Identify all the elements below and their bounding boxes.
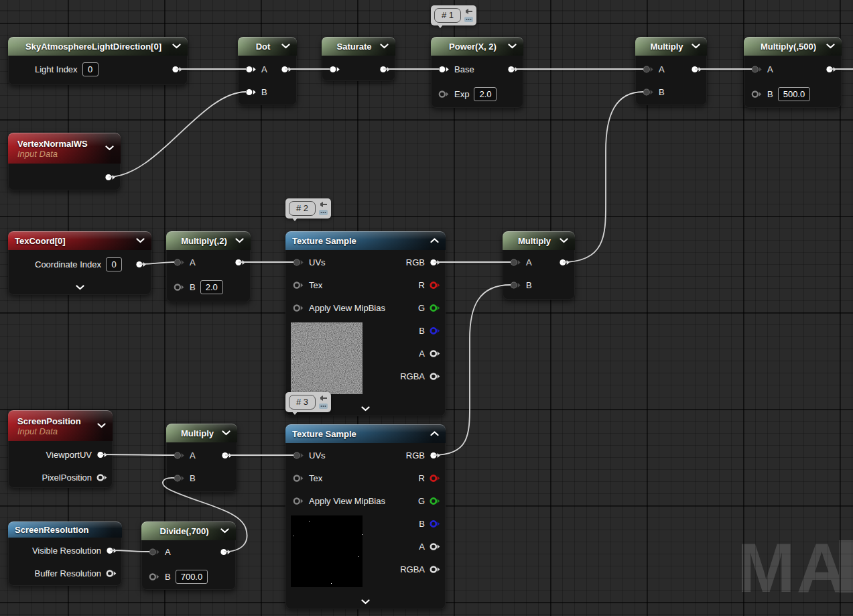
input-pin-b[interactable] (751, 90, 763, 99)
chevron-down-icon[interactable] (97, 423, 106, 428)
node-vertex-normal-ws[interactable]: VertexNormalWS Input Data (8, 133, 121, 190)
exp-value[interactable]: 2.0 (474, 87, 497, 101)
node-multiply-top[interactable]: Multiply A B (635, 37, 707, 105)
output-pin-rgba[interactable] (430, 565, 441, 574)
input-pin-a[interactable] (751, 65, 763, 74)
node-header[interactable]: Power(X, 2) (431, 37, 523, 56)
output-pin-buffer[interactable] (106, 569, 117, 578)
output-pin-viewportuv[interactable] (96, 450, 108, 459)
input-pin-tex[interactable] (293, 281, 304, 290)
node-multiply-mid[interactable]: Multiply A B (503, 231, 575, 300)
output-pin[interactable] (507, 65, 519, 74)
chevron-down-icon[interactable] (281, 44, 290, 49)
output-pin-r[interactable] (430, 281, 441, 290)
output-pin[interactable] (172, 65, 183, 74)
output-pin-b[interactable] (430, 519, 441, 528)
light-index-value[interactable]: 0 (82, 62, 99, 76)
b-value[interactable]: 700.0 (176, 570, 208, 584)
input-pin-b[interactable] (245, 88, 257, 97)
output-pin-g[interactable] (430, 304, 441, 312)
expand-section[interactable] (285, 599, 446, 605)
pin-icon[interactable] (465, 8, 473, 15)
input-pin-mipbias[interactable] (293, 304, 304, 312)
output-pin[interactable] (559, 258, 570, 267)
input-pin-b[interactable] (174, 474, 185, 483)
chevron-down-icon[interactable] (508, 44, 517, 49)
node-multiply-2[interactable]: Multiply(,2) A B 2.0 (166, 231, 251, 302)
chevron-down-icon[interactable] (76, 285, 84, 290)
comment-bubble-icon[interactable] (319, 404, 328, 410)
input-pin-a[interactable] (174, 258, 185, 267)
output-pin[interactable] (105, 173, 116, 182)
expand-section[interactable] (8, 285, 151, 290)
comment-text[interactable]: # 2 (289, 201, 316, 216)
chevron-down-icon[interactable] (361, 599, 370, 605)
output-pin-a[interactable] (430, 542, 441, 551)
comment-bubble-icon[interactable] (464, 17, 473, 23)
node-power[interactable]: Power(X, 2) Base Exp 2.0 (431, 37, 523, 108)
texture-preview-noise[interactable] (291, 322, 363, 394)
output-pin-b[interactable] (430, 326, 441, 335)
chevron-down-icon[interactable] (361, 406, 370, 412)
node-header[interactable]: ScreenPosition Input Data (8, 410, 113, 441)
node-multiply-screen[interactable]: Multiply A B (166, 424, 237, 492)
output-pin-a[interactable] (430, 349, 441, 358)
pin-icon[interactable] (320, 201, 328, 208)
node-header[interactable]: ScreenResolution (8, 521, 122, 538)
output-pin-rgb[interactable] (430, 451, 441, 460)
output-pin-rgba[interactable] (430, 372, 441, 381)
chevron-down-icon[interactable] (105, 145, 114, 151)
node-multiply-500[interactable]: Multiply(,500) A B 500.0 (744, 37, 842, 108)
node-sky-atmosphere-light-direction[interactable]: SkyAtmosphereLightDirection[0] Light Ind… (8, 37, 188, 85)
node-header[interactable]: Dot (238, 37, 297, 56)
chevron-up-icon[interactable] (430, 431, 439, 436)
coordinate-index-value[interactable]: 0 (106, 257, 122, 271)
output-pin[interactable] (281, 65, 292, 74)
node-header[interactable]: Multiply (635, 37, 707, 56)
output-pin-rgb[interactable] (430, 258, 441, 267)
chevron-down-icon[interactable] (560, 238, 568, 243)
input-pin-uvs[interactable] (293, 258, 304, 267)
node-header[interactable]: SkyAtmosphereLightDirection[0] (8, 37, 188, 56)
output-pin-pixelposition[interactable] (96, 473, 108, 482)
node-header[interactable]: Texture Sample (285, 424, 446, 443)
node-divide-700[interactable]: Divide(,700) A B 700.0 (141, 521, 236, 590)
chevron-down-icon[interactable] (136, 238, 145, 243)
node-texture-sample-1[interactable]: Texture Sample UVs Tex Apply View MipBia… (285, 231, 446, 416)
node-header[interactable]: Multiply (503, 231, 575, 250)
input-pin-mipbias[interactable] (293, 497, 304, 505)
node-header[interactable]: Multiply(,500) (744, 37, 842, 56)
node-texture-sample-2[interactable]: Texture Sample UVs Tex Apply View MipBia… (285, 424, 446, 609)
comment-bubble-1[interactable]: # 1 (431, 5, 476, 25)
node-saturate[interactable]: Saturate (322, 37, 395, 81)
input-pin-b[interactable] (643, 88, 654, 97)
texture-preview-stars[interactable] (291, 515, 363, 587)
input-pin-b[interactable] (510, 281, 521, 290)
node-header[interactable]: Texture Sample (285, 231, 446, 250)
output-pin[interactable] (135, 260, 147, 269)
input-pin-uvs[interactable] (293, 451, 304, 460)
node-header[interactable]: Multiply(,2) (166, 231, 251, 250)
b-value[interactable]: 500.0 (778, 87, 811, 101)
chevron-down-icon[interactable] (692, 44, 700, 49)
input-pin-a[interactable] (510, 258, 521, 267)
node-screen-position[interactable]: ScreenPosition Input Data ViewportUV Pix… (8, 410, 113, 488)
b-value[interactable]: 2.0 (200, 280, 223, 294)
output-pin[interactable] (691, 65, 702, 74)
wire-multiplymid-to-multiplytop-b[interactable] (563, 92, 643, 262)
wire-vertexnormal-to-dot-b[interactable] (109, 92, 246, 177)
output-pin-g[interactable] (430, 497, 441, 505)
input-pin-exp[interactable] (438, 90, 450, 99)
output-pin[interactable] (235, 258, 246, 267)
chevron-down-icon[interactable] (235, 238, 244, 243)
output-pin[interactable] (826, 65, 837, 74)
output-pin[interactable] (220, 548, 231, 556)
pin-icon[interactable] (320, 395, 328, 402)
chevron-down-icon[interactable] (380, 44, 389, 49)
input-pin-b[interactable] (174, 283, 185, 292)
chevron-down-icon[interactable] (222, 430, 231, 436)
output-pin[interactable] (221, 451, 233, 460)
input-pin-tex[interactable] (293, 474, 304, 483)
chevron-down-icon[interactable] (220, 528, 229, 534)
material-graph-canvas[interactable]: MAT SkyAtmosphereLightDirection[0] Light… (0, 0, 853, 616)
